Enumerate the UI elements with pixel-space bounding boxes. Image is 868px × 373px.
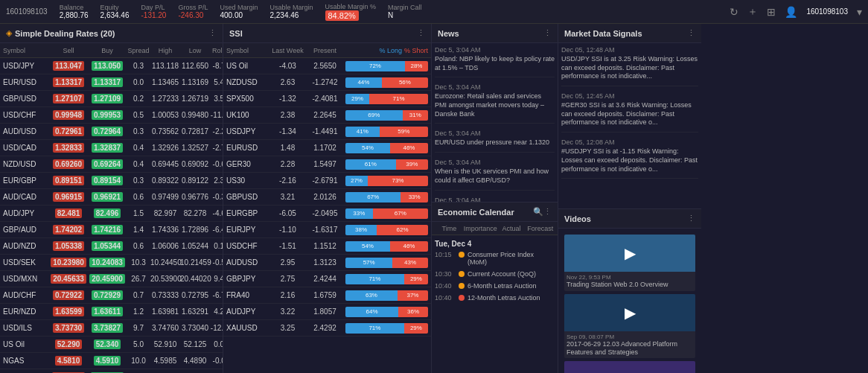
ssi-row[interactable]: EURJPY -1.10 -1.6317 38% 62% bbox=[223, 222, 431, 238]
buy-cell[interactable]: 1.05344 bbox=[88, 242, 127, 250]
signal-item[interactable]: Dec 05, 12:08 AM #USDJPY SSI is at -1.15… bbox=[561, 138, 698, 179]
ssi-row[interactable]: USDCHF -1.51 1.1512 54% 46% bbox=[223, 238, 431, 255]
ssi-row[interactable]: EURUSD 1.48 1.1702 54% 46% bbox=[223, 140, 431, 156]
buy-cell[interactable]: 0.69264 bbox=[88, 160, 127, 168]
sell-cell[interactable]: 10.23980 bbox=[49, 258, 88, 267]
ssi-row[interactable]: SPX500 -1.32 -2.4081 29% 71% bbox=[223, 91, 431, 107]
sell-cell[interactable]: 52.290 bbox=[49, 340, 88, 348]
ssi-row[interactable]: FRA40 2.16 1.6759 63% 37% bbox=[223, 287, 431, 304]
buy-cell[interactable]: 1.63611 bbox=[88, 307, 127, 316]
grid-icon[interactable]: ⊞ bbox=[767, 6, 776, 18]
table-row[interactable]: EUR/NZD 1.63599 1.63611 1.2 1.63981 1.63… bbox=[0, 304, 223, 320]
video-item[interactable]: ▶ Sep 09, 08:07 PM 2017-06-29 12.03 Adva… bbox=[564, 294, 695, 359]
ssi-row[interactable]: GBPUSD 3.21 2.0126 67% 33% bbox=[223, 189, 431, 205]
table-row[interactable]: USD/JPY 113.047 113.050 0.3 113.118 112.… bbox=[0, 58, 223, 74]
buy-cell[interactable]: 52.340 bbox=[88, 340, 127, 348]
symbol-cell: USD/SEK bbox=[3, 258, 49, 267]
buy-cell[interactable]: 0.96921 bbox=[88, 193, 127, 201]
ssi-row[interactable]: US Oil -4.03 2.5650 72% 28% bbox=[223, 58, 431, 74]
table-row[interactable]: EUR/GBP 0.89151 0.89154 0.3 0.89322 0.89… bbox=[0, 173, 223, 189]
table-row[interactable]: EUR/USD 1.13317 1.13317 0.0 1.13465 1.13… bbox=[0, 74, 223, 91]
sell-cell[interactable]: 0.89151 bbox=[49, 176, 88, 185]
sell-cell[interactable]: 113.047 bbox=[49, 62, 88, 70]
sell-cell[interactable]: 0.72961 bbox=[49, 127, 88, 136]
add-icon[interactable]: ＋ bbox=[747, 5, 758, 19]
sell-cell[interactable]: 0.96915 bbox=[49, 193, 88, 201]
sell-cell[interactable]: 82.481 bbox=[49, 209, 88, 217]
table-row[interactable]: NGAS 4.5810 4.5910 10.0 4.5985 4.4890 -0… bbox=[0, 353, 223, 369]
table-row[interactable]: USD/SEK 10.23980 10.24083 10.3 10.24450 … bbox=[0, 255, 223, 271]
table-row[interactable]: USD/CAD 1.32833 1.32837 0.4 1.32926 1.32… bbox=[0, 140, 223, 156]
buy-cell[interactable]: 0.99953 bbox=[88, 111, 127, 119]
sell-cell[interactable]: 4.5810 bbox=[49, 357, 88, 365]
sell-cell[interactable]: 0.72922 bbox=[49, 291, 88, 299]
buy-cell[interactable]: 10.24083 bbox=[88, 258, 127, 267]
news-menu-icon[interactable]: ⋮ bbox=[543, 28, 552, 38]
table-row[interactable]: USD/MXN 20.45633 20.45900 26.7 20.53900 … bbox=[0, 271, 223, 287]
table-row[interactable]: AUD/CAD 0.96915 0.96921 0.6 0.97499 0.96… bbox=[0, 189, 223, 205]
ssi-row[interactable]: GBPJPY 2.75 2.4244 71% 29% bbox=[223, 271, 431, 287]
ssi-row[interactable]: NZDUSD 2.63 -1.2742 44% 56% bbox=[223, 74, 431, 91]
buy-cell[interactable]: 1.27109 bbox=[88, 95, 127, 103]
rolls-cell: 3.59 bbox=[210, 95, 223, 103]
buy-cell[interactable]: 0.72929 bbox=[88, 291, 127, 299]
table-row[interactable]: AUD/NZD 1.05338 1.05344 0.6 1.06006 1.05… bbox=[0, 238, 223, 255]
user-icon[interactable]: 👤 bbox=[785, 6, 797, 18]
videos-menu-icon[interactable]: ⋮ bbox=[687, 214, 695, 223]
table-row[interactable]: AUD/JPY 82.481 82.496 1.5 82.997 82.278 … bbox=[0, 205, 223, 222]
ssi-row[interactable]: US30 -2.16 -2.6791 27% 73% bbox=[223, 173, 431, 189]
sell-cell[interactable]: 0.69260 bbox=[49, 160, 88, 168]
sell-cell[interactable]: 1.63599 bbox=[49, 307, 88, 316]
signals-menu-icon[interactable]: ⋮ bbox=[687, 28, 695, 38]
buy-cell[interactable]: 1.74216 bbox=[88, 226, 127, 234]
table-row[interactable]: AUD/USD 0.72961 0.72964 0.3 0.73562 0.72… bbox=[0, 124, 223, 140]
table-row[interactable]: XAU/USD 1,234.54 1,234.88 34 1,240.48 1,… bbox=[0, 369, 223, 373]
rates-menu-icon[interactable]: ⋮ bbox=[208, 28, 217, 38]
ssi-row[interactable]: EURGBP -6.05 -2.0495 33% 67% bbox=[223, 205, 431, 222]
buy-cell[interactable]: 4.5910 bbox=[88, 357, 127, 365]
sell-cell[interactable]: 20.45633 bbox=[49, 275, 88, 283]
eco-search-icon[interactable]: 🔍 bbox=[533, 207, 543, 217]
ssi-menu-icon[interactable]: ⋮ bbox=[417, 28, 425, 38]
refresh-icon[interactable]: ↻ bbox=[730, 6, 738, 18]
eco-menu-icon[interactable]: ⋮ bbox=[543, 207, 552, 217]
news-item[interactable]: Dec 5, 3:04 AM Some OPEC+ participants b… bbox=[435, 197, 555, 203]
sell-cell[interactable]: 1.74202 bbox=[49, 226, 88, 234]
table-row[interactable]: GBP/USD 1.27107 1.27109 0.2 1.27233 1.26… bbox=[0, 91, 223, 107]
buy-cell[interactable]: 113.050 bbox=[88, 62, 127, 70]
signal-item[interactable]: Dec 05, 12:48 AM USD/JPY SSI is at 3.25 … bbox=[561, 46, 698, 86]
ssi-row[interactable]: UK100 2.38 2.2645 69% 31% bbox=[223, 107, 431, 124]
news-item[interactable]: Dec 5, 3:04 AM Poland: NBP likely to kee… bbox=[435, 46, 555, 77]
table-row[interactable]: USD/ILS 3.73730 3.73827 9.7 3.74760 3.73… bbox=[0, 320, 223, 337]
sell-cell[interactable]: 0.99948 bbox=[49, 111, 88, 119]
table-row[interactable]: US Oil 52.290 52.340 5.0 52.910 52.125 0… bbox=[0, 337, 223, 353]
video-item[interactable]: ▶ Nov 22, 9:53 PM Trading Station Web 2.… bbox=[564, 235, 695, 291]
video-item[interactable]: ▶ May 29, 9:55 PM 2015-07 10 Day Trading… bbox=[564, 361, 695, 373]
ssi-row[interactable]: XAUUSD 3.25 2.4292 71% 29% bbox=[223, 320, 431, 337]
table-row[interactable]: GBP/AUD 1.74202 1.74216 1.4 1.74336 1.72… bbox=[0, 222, 223, 238]
table-row[interactable]: NZD/USD 0.69260 0.69264 0.4 0.69445 0.69… bbox=[0, 156, 223, 173]
buy-cell[interactable]: 1.32837 bbox=[88, 144, 127, 152]
sell-cell[interactable]: 3.73730 bbox=[49, 324, 88, 332]
buy-cell[interactable]: 0.89154 bbox=[88, 176, 127, 185]
news-item[interactable]: Dec 5, 3:04 AM EUR/USD under pressure ne… bbox=[435, 130, 555, 153]
ssi-row[interactable]: AUDJPY 3.22 1.8057 64% 36% bbox=[223, 304, 431, 320]
ssi-row[interactable]: USDJPY -1.34 -1.4491 41% 59% bbox=[223, 124, 431, 140]
sell-cell[interactable]: 1.27107 bbox=[49, 95, 88, 103]
buy-cell[interactable]: 0.72964 bbox=[88, 127, 127, 136]
news-item[interactable]: Dec 5, 3:04 AM Eurozone: Retail sales an… bbox=[435, 83, 555, 124]
table-row[interactable]: USD/CHF 0.99948 0.99953 0.5 1.00053 0.99… bbox=[0, 107, 223, 124]
ssi-row[interactable]: GER30 2.28 1.5497 61% 39% bbox=[223, 156, 431, 173]
buy-cell[interactable]: 82.496 bbox=[88, 209, 127, 217]
news-item[interactable]: Dec 5, 3:04 AM When is the UK services P… bbox=[435, 159, 555, 190]
table-row[interactable]: AUD/CHF 0.72922 0.72929 0.7 0.73333 0.72… bbox=[0, 287, 223, 304]
sell-cell[interactable]: 1.05338 bbox=[49, 242, 88, 250]
buy-cell[interactable]: 1.13317 bbox=[88, 78, 127, 86]
signal-item[interactable]: Dec 05, 12:45 AM #GER30 SSI is at 3.6 Ri… bbox=[561, 92, 698, 133]
ssi-row[interactable]: AUDUSD 2.95 1.3123 57% 43% bbox=[223, 255, 431, 271]
sell-cell[interactable]: 1.13317 bbox=[49, 78, 88, 86]
buy-cell[interactable]: 20.45900 bbox=[88, 275, 127, 283]
buy-cell[interactable]: 3.73827 bbox=[88, 324, 127, 332]
chevron-down-icon[interactable]: ▾ bbox=[857, 6, 862, 18]
sell-cell[interactable]: 1.32833 bbox=[49, 144, 88, 152]
